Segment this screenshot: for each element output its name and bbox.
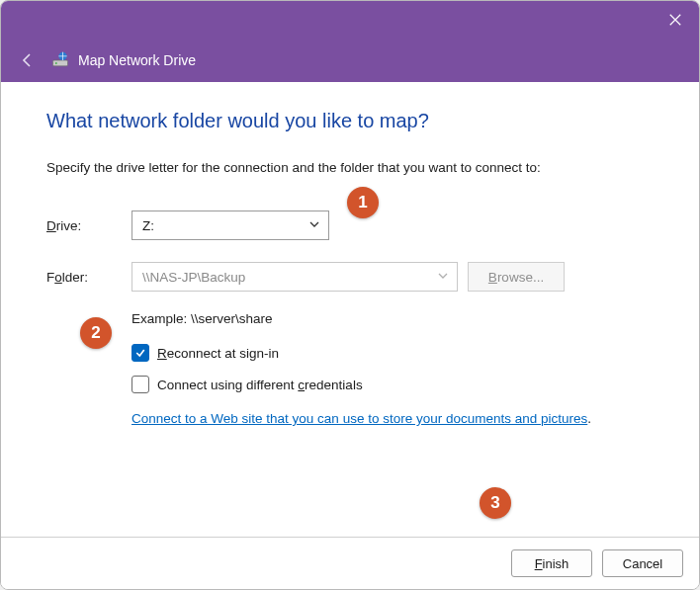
folder-combobox[interactable]: \\NAS-JP\Backup bbox=[131, 262, 458, 292]
content-area: What network folder would you like to ma… bbox=[1, 82, 699, 537]
map-network-drive-window: Map Network Drive What network folder wo… bbox=[0, 0, 700, 590]
connect-website-link[interactable]: Connect to a Web site that you can use t… bbox=[131, 411, 587, 426]
chevron-down-icon bbox=[437, 270, 449, 285]
chevron-down-icon bbox=[308, 218, 320, 233]
drive-row: Drive: Z: 1 bbox=[46, 211, 654, 240]
diffcreds-label: Connect using different credentials bbox=[157, 378, 363, 392]
drive-value: Z: bbox=[142, 218, 154, 233]
network-drive-icon bbox=[50, 50, 70, 70]
finish-button[interactable]: Finish bbox=[511, 549, 592, 577]
reconnect-checkbox[interactable] bbox=[131, 344, 149, 362]
cancel-button[interactable]: Cancel bbox=[602, 549, 683, 577]
instruction-text: Specify the drive letter for the connect… bbox=[46, 160, 654, 175]
example-text: Example: \\server\share bbox=[131, 311, 654, 326]
drive-label: Drive: bbox=[46, 218, 131, 233]
svg-point-1 bbox=[55, 62, 57, 64]
folder-label: Folder: bbox=[46, 270, 131, 285]
diffcreds-checkbox[interactable] bbox=[131, 376, 149, 393]
window-title-text: Map Network Drive bbox=[78, 52, 196, 68]
close-icon[interactable] bbox=[665, 10, 685, 30]
page-heading: What network folder would you like to ma… bbox=[46, 110, 654, 132]
website-link-row: Connect to a Web site that you can use t… bbox=[131, 411, 654, 426]
folder-row: Folder: \\NAS-JP\Backup Browse... bbox=[46, 262, 654, 292]
svg-rect-0 bbox=[53, 60, 68, 66]
browse-button: Browse... bbox=[468, 262, 565, 292]
footer: Finish Cancel bbox=[1, 537, 699, 589]
header: Map Network Drive bbox=[1, 39, 699, 82]
folder-placeholder: \\NAS-JP\Backup bbox=[142, 270, 245, 285]
drive-select[interactable]: Z: bbox=[131, 211, 329, 240]
header-title: Map Network Drive bbox=[50, 50, 196, 70]
diffcreds-row: Connect using different credentials bbox=[131, 376, 654, 393]
annotation-badge-2: 2 bbox=[80, 317, 112, 349]
annotation-badge-1: 1 bbox=[347, 187, 379, 218]
back-arrow-icon[interactable] bbox=[19, 51, 37, 69]
reconnect-row: Reconnect at sign-in bbox=[131, 344, 654, 362]
titlebar bbox=[1, 1, 699, 39]
reconnect-label: Reconnect at sign-in bbox=[157, 346, 279, 361]
annotation-badge-3: 3 bbox=[480, 487, 511, 519]
